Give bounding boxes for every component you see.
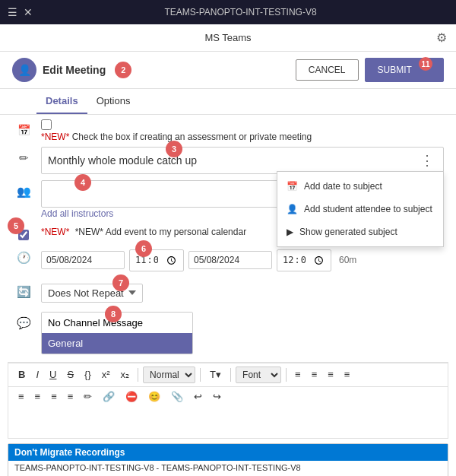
repeat-row-outer: 🔄 Does Not Repeat 7 xyxy=(0,278,456,309)
people-icon: 👥 xyxy=(12,180,35,198)
clock-icon: 🕐 xyxy=(12,246,35,265)
highlight-button[interactable]: ✏ xyxy=(80,389,96,405)
toolbar-divider-4 xyxy=(286,368,287,382)
app-title: TEAMS-PANOPTO-INT-TESTING-V8 xyxy=(33,7,448,17)
bullet-list-button[interactable]: ≡ xyxy=(291,367,305,382)
title-row: ✏ ⋮ 📅 Add date to subject 👤 Add student … xyxy=(0,144,456,177)
toolbar-divider-3 xyxy=(230,368,231,382)
underline-button[interactable]: U xyxy=(46,367,60,382)
chat-icon: 💬 xyxy=(12,312,35,330)
align-left-button[interactable]: ≡ xyxy=(14,389,28,405)
repeat-area: Does Not Repeat 7 xyxy=(41,281,444,306)
circle-6: 6 xyxy=(135,240,152,257)
circle-2: 2 xyxy=(115,62,131,78)
strikethrough-button[interactable]: S xyxy=(63,367,78,382)
recordings-list: TEAMS-PANOPTO-INT-TESTING-V8 - TEAMS-PAN… xyxy=(8,461,448,476)
meeting-title-input[interactable] xyxy=(48,154,417,167)
title-dropdown-menu: 📅 Add date to subject 👤 Add student atte… xyxy=(277,171,444,247)
circle-3: 3 xyxy=(166,141,182,157)
content-editable-area[interactable] xyxy=(8,408,448,438)
repeat-icon: 🔄 xyxy=(12,281,35,299)
assessment-checkbox[interactable] xyxy=(41,119,52,130)
tab-options[interactable]: Options xyxy=(87,89,140,114)
attachment-button[interactable]: 📎 xyxy=(167,389,187,405)
channel-option-general[interactable]: General xyxy=(42,333,192,354)
code-button[interactable]: {} xyxy=(81,367,95,382)
meeting-title-wrapper: ⋮ xyxy=(41,147,444,174)
circle-7: 7 xyxy=(112,274,129,291)
main-content: 👤 Edit Meeting 2 CANCEL SUBMIT 11 Detail… xyxy=(0,52,456,476)
emoji-button[interactable]: 😊 xyxy=(144,389,164,405)
align-center-button[interactable]: ≡ xyxy=(31,389,45,405)
action-bar: 👤 Edit Meeting 2 CANCEL SUBMIT 11 xyxy=(0,52,456,89)
undo-button[interactable]: ↩ xyxy=(190,389,206,405)
pencil-icon: ✏ xyxy=(12,147,35,165)
channel-area: No Channel Message General 8 xyxy=(41,312,444,354)
indent-button[interactable]: ≡ xyxy=(324,367,337,382)
add-instructors-link[interactable]: Add all instructors xyxy=(41,208,113,219)
datetime-row-outer: 🕐 60m 6 xyxy=(0,243,456,278)
recordings-outer: Don't Migrate Recordings TEAMS-PANOPTO-I… xyxy=(0,443,456,476)
recordings-header: Don't Migrate Recordings xyxy=(8,444,448,461)
circle-11: 11 xyxy=(419,57,432,71)
end-time-input[interactable] xyxy=(277,249,331,271)
title-bar: ☰ ✕ TEAMS-PANOPTO-INT-TESTING-V8 xyxy=(0,0,456,24)
student-icon: 👤 xyxy=(287,204,298,214)
toolbar-row-2: ≡ ≡ ≡ ≡ ✏ 🔗 ⛔ 😊 📎 ↩ ↪ xyxy=(8,387,448,408)
redo-button[interactable]: ↪ xyxy=(209,389,225,405)
datetime-inner: 60m xyxy=(41,246,444,274)
link-button[interactable]: 🔗 xyxy=(99,389,119,405)
avatar: 👤 xyxy=(12,58,36,82)
subscript-button[interactable]: x₂ xyxy=(117,367,134,382)
unlink-button[interactable]: ⛔ xyxy=(122,389,141,405)
duration-label: 60m xyxy=(339,255,356,265)
gear-icon[interactable]: ⚙ xyxy=(436,30,447,45)
sub-header: MS Teams ⚙ xyxy=(0,24,456,52)
three-dot-menu[interactable]: ⋮ xyxy=(417,152,437,169)
channel-row-outer: 💬 No Channel Message General 8 xyxy=(0,309,456,357)
tabs-row: Details Options xyxy=(0,89,456,115)
font-select[interactable]: Font xyxy=(236,367,281,383)
superscript-button[interactable]: x² xyxy=(98,367,114,382)
edit-meeting-label: Edit Meeting xyxy=(43,64,106,76)
close-icon[interactable]: ✕ xyxy=(24,6,33,18)
new-label-2: *NEW* xyxy=(41,227,69,237)
hamburger-icon[interactable]: ☰ xyxy=(8,6,17,18)
tab-details[interactable]: Details xyxy=(36,89,87,114)
italic-button[interactable]: I xyxy=(32,367,43,382)
dropdown-show-subject[interactable]: ▶ Show generated subject xyxy=(277,221,443,243)
end-date-input[interactable] xyxy=(188,251,272,269)
align-justify-button[interactable]: ≡ xyxy=(64,389,78,405)
checkbox-note: Check the box if creating an assessment … xyxy=(72,132,312,142)
text-color-icon[interactable]: T▾ xyxy=(205,369,226,380)
edit-meeting-section: 👤 Edit Meeting 2 xyxy=(12,58,290,82)
dropdown-add-date[interactable]: 📅 Add date to subject xyxy=(277,175,443,198)
align-right-button[interactable]: ≡ xyxy=(47,389,61,405)
title-input-area: ⋮ 📅 Add date to subject 👤 Add student at… xyxy=(41,147,444,174)
dropdown-add-student[interactable]: 👤 Add student attendee to subject xyxy=(277,198,443,221)
editor-area: B I U S {} x² x₂ Normal T▾ Font ≡ ≡ ≡ ≡ … xyxy=(8,362,448,439)
recordings-item-main[interactable]: TEAMS-PANOPTO-INT-TESTING-V8 - TEAMS-PAN… xyxy=(8,461,448,474)
sub-title: MS Teams xyxy=(204,32,251,43)
toolbar-row-1: B I U S {} x² x₂ Normal T▾ Font ≡ ≡ ≡ ≡ xyxy=(8,363,448,387)
new-label-1: *NEW* xyxy=(41,132,69,142)
toolbar-divider-2 xyxy=(200,368,201,382)
checkbox-icon-area: 📅 xyxy=(12,119,35,136)
outdent-button[interactable]: ≡ xyxy=(340,367,354,382)
style-select[interactable]: Normal xyxy=(143,367,195,383)
play-icon: ▶ xyxy=(287,227,293,237)
numbered-list-button[interactable]: ≡ xyxy=(308,367,321,382)
bold-button[interactable]: B xyxy=(14,367,29,382)
datetime-area: 60m 6 xyxy=(41,246,444,274)
cancel-button[interactable]: CANCEL xyxy=(296,59,359,81)
start-date-input[interactable] xyxy=(41,251,125,269)
submit-button[interactable]: SUBMIT 11 xyxy=(365,58,444,82)
circle-5: 5 xyxy=(8,217,24,234)
checkbox-content: *NEW* Check the box if creating an asses… xyxy=(41,119,312,142)
checkbox-inner xyxy=(41,119,312,130)
calendar-small-icon: 📅 xyxy=(287,181,298,192)
calendar-icon: 📅 xyxy=(17,124,30,136)
toolbar-divider-1 xyxy=(138,368,138,382)
circle-8: 8 xyxy=(105,306,122,322)
recordings-section: Don't Migrate Recordings TEAMS-PANOPTO-I… xyxy=(8,443,448,476)
